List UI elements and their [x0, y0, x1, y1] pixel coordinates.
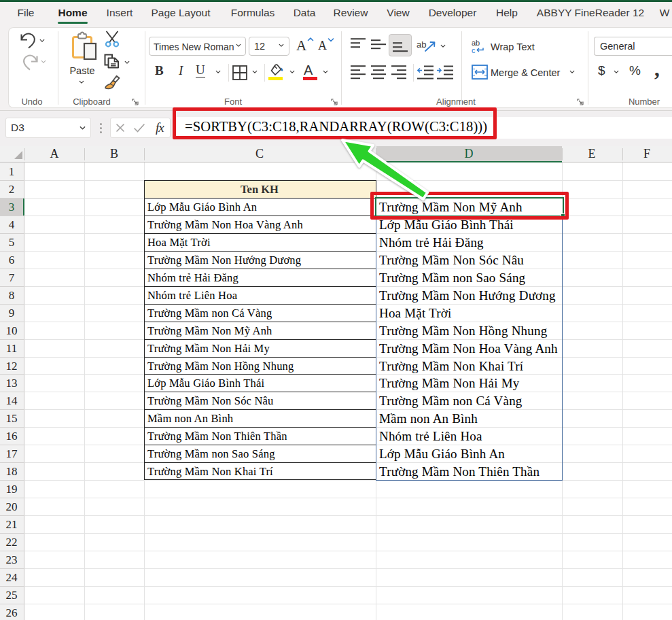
svg-text:c: c	[472, 46, 476, 54]
